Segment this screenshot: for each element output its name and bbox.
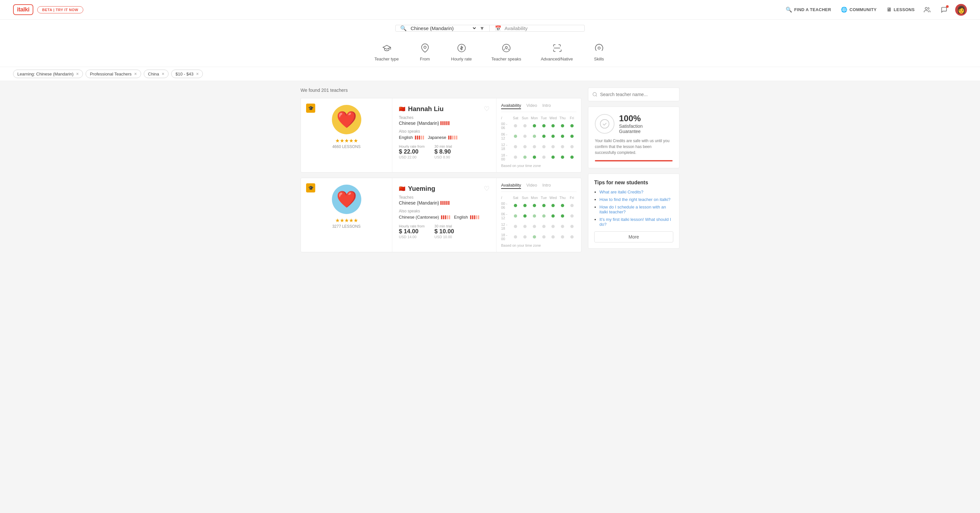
- filter-hourly-rate[interactable]: Hourly rate: [451, 41, 472, 61]
- guarantee-text-block: 100% SatisfactionGuarantee: [619, 113, 643, 134]
- avail-tab-intro-0[interactable]: Intro: [542, 103, 551, 109]
- nav-lessons-label: LESSONS: [894, 7, 915, 12]
- time-label: 06 - 12: [501, 212, 511, 220]
- dot: [542, 225, 546, 228]
- lang-bar: [446, 121, 447, 125]
- avail-tab-video-1[interactable]: Video: [526, 183, 537, 189]
- skills-label: Skills: [594, 57, 604, 61]
- tag-learning: Learning: Chinese (Mandarin) ×: [13, 70, 83, 78]
- lang-bar: [454, 135, 455, 140]
- avail-tab-availability-1[interactable]: Availability: [501, 183, 521, 189]
- filter-advanced-native[interactable]: Advanced/Native: [541, 41, 573, 61]
- tip-link-3[interactable]: It's my first italki lesson! What should…: [600, 217, 671, 227]
- avatar-heart-1: ❤️: [336, 190, 357, 209]
- language-dropdown[interactable]: Chinese (Mandarin) Japanese English: [409, 25, 477, 31]
- tag-country: China ×: [144, 70, 169, 78]
- teacher-stars-1: ★★★★★: [335, 217, 358, 223]
- avail-tab-video-0[interactable]: Video: [526, 103, 537, 109]
- day-tue-1: Tue: [539, 196, 549, 200]
- messages-button[interactable]: [938, 4, 950, 16]
- tag-country-close[interactable]: ×: [162, 71, 164, 76]
- day-tue-0: Tue: [539, 116, 549, 120]
- trial-sub-0: USD 8.90: [434, 155, 452, 159]
- avail-dots: [511, 145, 577, 148]
- dot: [533, 156, 536, 159]
- dot: [533, 225, 536, 228]
- nav-find-teacher[interactable]: 🔍 FIND A TEACHER: [786, 6, 831, 13]
- hourly-sub-1: USD 14.00: [399, 235, 425, 239]
- lang-bar: [444, 201, 445, 205]
- day-sun-1: Sun: [520, 196, 530, 200]
- teacher-name-0[interactable]: Hannah Liu: [408, 105, 444, 113]
- dot: [514, 124, 517, 127]
- tip-link-0[interactable]: What are italki Credits?: [600, 190, 643, 194]
- time-label: 06 - 12: [501, 132, 511, 140]
- skills-icon: [593, 41, 606, 54]
- avail-tab-intro-1[interactable]: Intro: [542, 183, 551, 189]
- nav-lessons[interactable]: 🖥 LESSONS: [886, 7, 915, 13]
- tag-price-text: $10 - $43: [175, 72, 193, 76]
- dot: [542, 235, 546, 239]
- teacher-card-1: 🎓 ❤️ ★★★★★ 3277 LESSONS 🇨🇳 Yueming ♡ Tea…: [301, 178, 581, 252]
- svg-point-1: [424, 46, 426, 48]
- card-left-1: 🎓 ❤️ ★★★★★ 3277 LESSONS: [301, 178, 392, 252]
- speaks-english-1: English: [454, 215, 479, 220]
- filter-from[interactable]: From: [418, 41, 431, 61]
- user-avatar[interactable]: 👩: [955, 4, 967, 16]
- trial-label-1: 30 min trial: [434, 224, 454, 228]
- teacher-avatar-1[interactable]: ❤️: [332, 185, 361, 214]
- search-teacher-input[interactable]: [600, 92, 675, 97]
- dot: [523, 235, 527, 239]
- dot: [561, 225, 564, 228]
- tip-link-1[interactable]: How to find the right teacher on italki?: [600, 197, 671, 202]
- dot: [551, 156, 555, 159]
- search-icon-small: 🔍: [400, 25, 407, 31]
- filter-teacher-speaks[interactable]: Teacher speaks: [491, 41, 521, 61]
- card-center-0: 🇨🇳 Hannah Liu ♡ Teaches Chinese (Mandari…: [392, 98, 496, 172]
- teaches-label-0: Teaches: [399, 115, 490, 120]
- page-background: 🔍 Chinese (Mandarin) Japanese English ▼ …: [0, 20, 980, 513]
- avail-row-00-06-0: 00 - 06: [501, 122, 577, 130]
- advanced-native-label: Advanced/Native: [541, 57, 573, 61]
- main-nav: 🔍 FIND A TEACHER 🌐 COMMUNITY 🖥 LESSONS: [786, 6, 915, 13]
- friends-button[interactable]: [921, 4, 933, 16]
- dot: [570, 135, 574, 138]
- dot: [533, 145, 536, 148]
- teacher-name-1[interactable]: Yueming: [408, 185, 435, 193]
- tag-price-close[interactable]: ×: [196, 71, 199, 76]
- day-mon-0: Mon: [530, 116, 539, 120]
- nav-community[interactable]: 🌐 COMMUNITY: [841, 6, 877, 13]
- dot: [514, 145, 517, 148]
- teacher-type-icon: [380, 41, 393, 54]
- avail-tab-availability-0[interactable]: Availability: [501, 103, 521, 109]
- tag-learning-close[interactable]: ×: [76, 71, 79, 76]
- dot: [551, 124, 555, 127]
- beta-button[interactable]: BETA | TRY IT NOW: [37, 6, 83, 13]
- dot: [523, 145, 527, 148]
- teacher-avatar-0[interactable]: ❤️: [332, 105, 361, 134]
- card-right-1: Availability Video Intro / Sat Sun Mon T…: [496, 178, 581, 252]
- availability-selector[interactable]: 📅 Availability: [490, 25, 585, 31]
- tip-link-2[interactable]: How do I schedule a lesson with an italk…: [600, 204, 666, 214]
- language-selector[interactable]: 🔍 Chinese (Mandarin) Japanese English ▼: [396, 25, 490, 31]
- speaks-cantonese-1: Chinese (Cantonese): [399, 215, 450, 220]
- globe-icon: 🌐: [841, 6, 847, 13]
- favorite-button-1[interactable]: ♡: [484, 185, 490, 193]
- filter-teacher-type[interactable]: Teacher type: [374, 41, 399, 61]
- avail-row-00-06-1: 00 - 06: [501, 202, 577, 209]
- favorite-button-0[interactable]: ♡: [484, 105, 490, 113]
- filter-skills[interactable]: Skills: [593, 41, 606, 61]
- dot: [542, 124, 546, 127]
- lang-bar: [470, 215, 471, 219]
- avail-note-0: Based on your time zone: [501, 164, 577, 167]
- logo-text[interactable]: italki: [13, 4, 33, 15]
- header-icons: 👩: [921, 4, 967, 16]
- avail-dots: [511, 156, 577, 159]
- tag-professional: Professional Teachers ×: [86, 70, 141, 78]
- more-button[interactable]: More: [594, 231, 673, 242]
- tag-professional-close[interactable]: ×: [134, 71, 137, 76]
- guarantee-box: 100% SatisfactionGuarantee Your italki C…: [588, 107, 679, 168]
- hourly-sub-0: USD 22.00: [399, 155, 425, 159]
- dot: [514, 135, 517, 138]
- day-thu-1: Thu: [558, 196, 568, 200]
